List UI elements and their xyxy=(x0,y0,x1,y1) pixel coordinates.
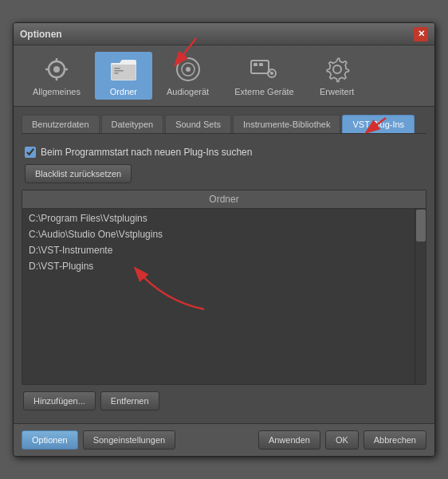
devices-icon xyxy=(250,55,278,84)
toolbar-item-audiogeraet[interactable]: Audiogerät xyxy=(155,52,220,100)
audio-icon xyxy=(174,55,202,84)
add-folder-button[interactable]: Hinzufügen... xyxy=(23,391,96,410)
settings-icon xyxy=(42,55,71,84)
folder-section-header: Ordner xyxy=(22,190,426,209)
tab-dateitypen[interactable]: Dateitypen xyxy=(101,115,164,133)
folder-list[interactable]: C:\Program Files\VstpluginsC:\Audio\Stud… xyxy=(22,209,426,384)
folder-item[interactable]: D:\VST-Plugins xyxy=(22,258,426,274)
tab-bar: Benutzerdaten Dateitypen Sound Sets Inst… xyxy=(22,115,426,134)
svg-point-9 xyxy=(186,67,191,72)
scrollbar[interactable] xyxy=(415,209,426,384)
svg-point-1 xyxy=(53,66,60,73)
svg-rect-10 xyxy=(251,61,269,73)
folder-icon xyxy=(109,55,138,84)
cancel-button[interactable]: Abbrechen xyxy=(364,430,426,450)
tab-sound-sets[interactable]: Sound Sets xyxy=(165,115,231,133)
toolbar-label-audiogeraet: Audiogerät xyxy=(167,87,209,96)
blacklist-reset-button[interactable]: Blacklist zurücksetzen xyxy=(25,164,132,183)
svg-rect-4 xyxy=(114,68,120,69)
svg-rect-12 xyxy=(259,63,263,66)
toolbar-item-ordner[interactable]: Ordner xyxy=(95,52,152,100)
folder-item[interactable]: C:\Program Files\Vstplugins xyxy=(22,210,426,226)
toolbar-label-allgemeines: Allgemeines xyxy=(33,87,81,96)
options-button[interactable]: Optionen xyxy=(22,430,78,450)
svg-rect-3 xyxy=(112,65,136,80)
song-settings-button[interactable]: Songeinstellungen xyxy=(83,430,176,450)
content-area: Benutzerdaten Dateitypen Sound Sets Inst… xyxy=(14,107,434,423)
remove-folder-button[interactable]: Entfernen xyxy=(100,391,159,410)
svg-rect-5 xyxy=(114,70,124,72)
toolbar-label-ordner: Ordner xyxy=(110,87,137,96)
scrollbar-thumb[interactable] xyxy=(416,210,426,241)
toolbar-item-externe-geraete[interactable]: Externe Geräte xyxy=(223,52,305,100)
apply-button[interactable]: Anwenden xyxy=(258,430,320,450)
ok-button[interactable]: OK xyxy=(325,430,359,450)
startup-scan-label: Beim Programmstart nach neuen Plug-Ins s… xyxy=(41,147,252,158)
folder-actions: Hinzufügen... Entfernen xyxy=(22,391,426,410)
svg-rect-11 xyxy=(253,63,257,66)
folder-section: Ordner C:\Program Files\VstpluginsC:\Aud… xyxy=(22,190,426,385)
titlebar: Optionen ✕ xyxy=(14,23,434,45)
tab-vst-plugins[interactable]: VST Plug-Ins xyxy=(342,115,415,133)
checkbox-row: Beim Programmstart nach neuen Plug-Ins s… xyxy=(22,147,426,158)
close-button[interactable]: ✕ xyxy=(414,27,428,41)
folder-item[interactable]: C:\Audio\Studio One\Vstplugins xyxy=(22,226,426,242)
svg-rect-6 xyxy=(114,73,119,74)
toolbar-label-externe-geraete: Externe Geräte xyxy=(234,87,294,96)
tab-instrumente[interactable]: Instrumente-Bibliothek xyxy=(233,115,340,133)
startup-scan-checkbox[interactable] xyxy=(25,147,36,158)
toolbar-item-erweitert[interactable]: Erweitert xyxy=(308,52,366,100)
gear-icon xyxy=(323,55,352,84)
bottom-bar: Optionen Songeinstellungen Anwenden OK A… xyxy=(14,423,434,456)
options-window: Optionen ✕ Allgemeines xyxy=(13,22,435,457)
folder-list-inner: C:\Program Files\VstpluginsC:\Audio\Stud… xyxy=(22,210,426,383)
toolbar-label-erweitert: Erweitert xyxy=(320,87,354,96)
svg-point-16 xyxy=(333,65,341,73)
vst-panel: Beim Programmstart nach neuen Plug-Ins s… xyxy=(22,142,426,415)
toolbar-item-allgemeines[interactable]: Allgemeines xyxy=(22,52,92,100)
folder-item[interactable]: D:\VST-Instrumente xyxy=(22,242,426,258)
tab-benutzerdaten[interactable]: Benutzerdaten xyxy=(22,115,100,133)
window-title: Optionen xyxy=(20,29,62,40)
toolbar: Allgemeines Ordner xyxy=(14,45,434,107)
